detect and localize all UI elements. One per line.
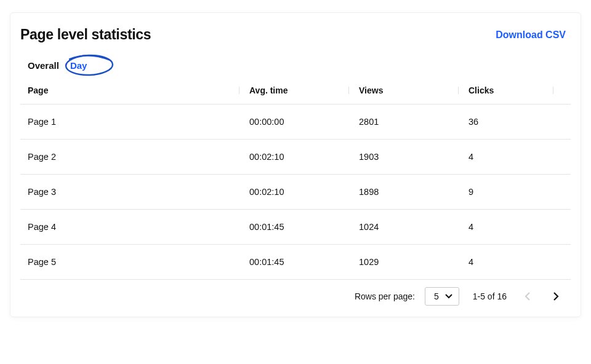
column-header-views-label: Views — [359, 85, 383, 95]
cell-page: Page 5 — [28, 257, 249, 267]
column-header-clicks-label: Clicks — [468, 85, 494, 95]
pagination-range: 1-5 of 16 — [473, 291, 507, 301]
column-divider-icon — [348, 87, 349, 94]
statistics-card: Page level statistics Download CSV Overa… — [10, 12, 581, 317]
cell-page: Page 1 — [28, 117, 249, 127]
cell-clicks: 9 — [468, 187, 563, 197]
cell-views: 1903 — [359, 152, 468, 162]
table-row: Page 5 00:01:45 1029 4 — [20, 245, 571, 280]
tab-day[interactable]: Day — [70, 60, 87, 71]
cell-clicks: 4 — [468, 152, 563, 162]
cell-views: 1898 — [359, 187, 468, 197]
tab-overall[interactable]: Overall — [28, 60, 59, 71]
table-row: Page 2 00:02:10 1903 4 — [20, 140, 571, 175]
cell-views: 1024 — [359, 222, 468, 232]
cell-clicks: 4 — [468, 257, 563, 267]
pagination-prev-button — [520, 289, 535, 304]
rows-per-page-value: 5 — [434, 291, 439, 301]
cell-avg-time: 00:00:00 — [249, 117, 359, 127]
cell-avg-time: 00:02:10 — [249, 152, 359, 162]
cell-avg-time: 00:01:45 — [249, 222, 359, 232]
cell-avg-time: 00:01:45 — [249, 257, 359, 267]
cell-page: Page 2 — [28, 152, 249, 162]
cell-page: Page 3 — [28, 187, 249, 197]
column-header-avg-time-label: Avg. time — [249, 85, 288, 95]
download-csv-link[interactable]: Download CSV — [496, 30, 566, 41]
table-row: Page 4 00:01:45 1024 4 — [20, 210, 571, 245]
cell-views: 2801 — [359, 117, 468, 127]
pagination-next-button[interactable] — [549, 289, 563, 304]
column-divider-icon — [239, 87, 239, 94]
column-header-clicks[interactable]: Clicks — [468, 85, 563, 95]
cell-page: Page 4 — [28, 222, 249, 232]
column-header-avg-time[interactable]: Avg. time — [249, 85, 359, 95]
pagination: Rows per page: 5 1-5 of 16 — [20, 280, 571, 317]
column-header-views[interactable]: Views — [359, 85, 468, 95]
table-row: Page 1 00:00:00 2801 36 — [20, 105, 571, 140]
table-header: Page Avg. time Views Clicks — [20, 77, 571, 105]
rows-per-page-select[interactable]: 5 — [425, 287, 459, 306]
table-row: Page 3 00:02:10 1898 9 — [20, 175, 571, 210]
chevron-right-icon — [553, 291, 559, 301]
chevron-down-icon — [445, 294, 452, 299]
header-row: Page level statistics Download CSV — [10, 13, 581, 48]
column-divider-icon — [458, 87, 459, 94]
cell-clicks: 36 — [468, 117, 563, 127]
cell-clicks: 4 — [468, 222, 563, 232]
data-table: Page Avg. time Views Clicks Page 1 00:00… — [10, 77, 581, 317]
tabs: Overall Day — [10, 48, 581, 77]
column-header-page[interactable]: Page — [28, 85, 249, 95]
cell-avg-time: 00:02:10 — [249, 187, 359, 197]
rows-per-page-label: Rows per page: — [355, 291, 415, 301]
column-header-page-label: Page — [28, 85, 48, 95]
column-divider-icon — [553, 87, 553, 94]
page-title: Page level statistics — [20, 26, 151, 43]
cell-views: 1029 — [359, 257, 468, 267]
chevron-left-icon — [525, 291, 531, 301]
